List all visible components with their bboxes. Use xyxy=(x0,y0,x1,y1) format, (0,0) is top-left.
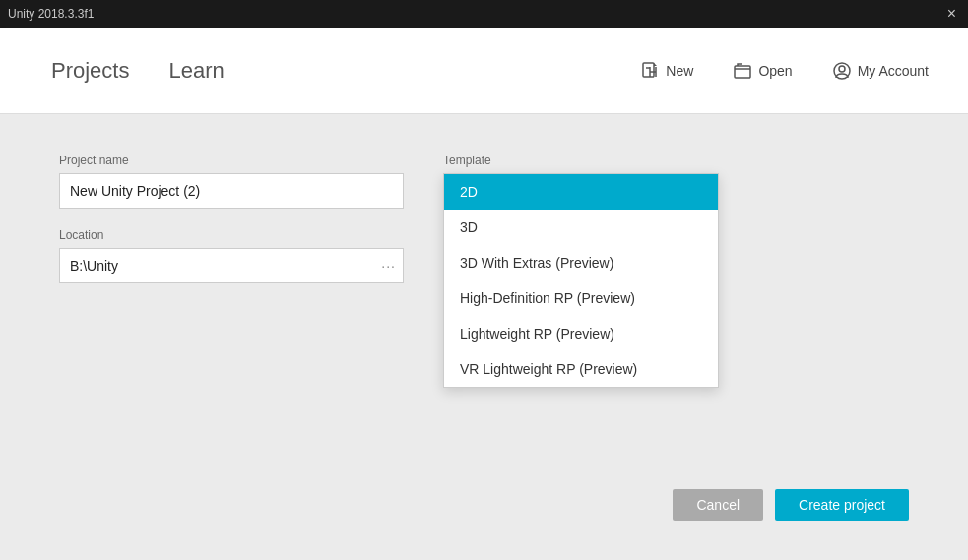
svg-point-7 xyxy=(839,66,845,72)
cancel-button[interactable]: Cancel xyxy=(673,489,763,521)
right-panel: Template 2D 3D 3D With Extras (Preview) … xyxy=(443,154,909,303)
main-nav: Projects Learn xyxy=(32,28,632,114)
account-button[interactable]: My Account xyxy=(824,57,936,85)
create-project-button[interactable]: Create project xyxy=(775,489,909,521)
main-content: Project name Location ··· Template 2D 3D xyxy=(0,114,968,560)
nav-learn[interactable]: Learn xyxy=(149,28,243,114)
header-actions: New Open My Account xyxy=(632,57,936,85)
location-input[interactable] xyxy=(59,248,404,283)
account-label: My Account xyxy=(858,63,929,79)
open-button[interactable]: Open xyxy=(725,57,800,85)
template-option-2d[interactable]: 2D xyxy=(444,174,718,210)
open-icon xyxy=(733,61,752,81)
app-title: Unity 2018.3.3f1 xyxy=(8,7,94,21)
form-container: Project name Location ··· Template 2D 3D xyxy=(59,154,909,303)
left-panel: Project name Location ··· xyxy=(59,154,404,303)
nav-projects[interactable]: Projects xyxy=(32,28,149,114)
template-option-3d-extras[interactable]: 3D With Extras (Preview) xyxy=(444,245,718,280)
new-label: New xyxy=(666,63,693,79)
account-icon xyxy=(832,61,852,81)
location-browse-button[interactable]: ··· xyxy=(381,258,396,274)
svg-rect-5 xyxy=(735,66,750,78)
project-name-input[interactable] xyxy=(59,173,404,209)
open-label: Open xyxy=(758,63,792,79)
new-button[interactable]: New xyxy=(632,57,701,85)
project-name-label: Project name xyxy=(59,154,404,167)
template-label: Template xyxy=(443,154,909,167)
buttons-row: Cancel Create project xyxy=(59,469,909,521)
title-bar: Unity 2018.3.3f1 × xyxy=(0,0,968,28)
location-group: Location ··· xyxy=(59,228,404,283)
svg-rect-0 xyxy=(643,63,654,77)
template-option-hdrp[interactable]: High-Definition RP (Preview) xyxy=(444,280,718,316)
project-name-group: Project name xyxy=(59,154,404,209)
template-option-3d[interactable]: 3D xyxy=(444,210,718,245)
template-dropdown: 2D 3D 3D With Extras (Preview) High-Defi… xyxy=(443,173,719,388)
new-icon xyxy=(640,61,660,81)
close-button[interactable]: × xyxy=(943,4,960,24)
template-option-lwrp[interactable]: Lightweight RP (Preview) xyxy=(444,316,718,351)
location-input-wrapper: ··· xyxy=(59,248,404,283)
location-label: Location xyxy=(59,228,404,242)
header: Projects Learn New xyxy=(0,28,968,114)
template-option-vr[interactable]: VR Lightweight RP (Preview) xyxy=(444,351,718,387)
